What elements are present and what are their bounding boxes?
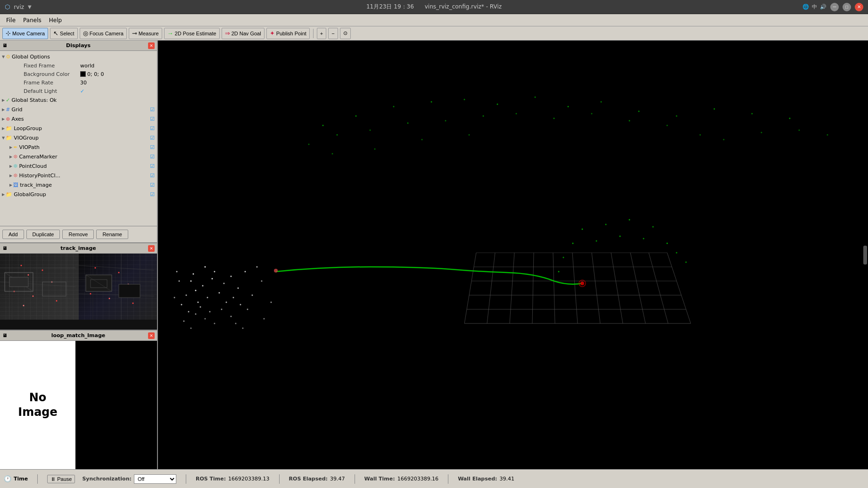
axes-check[interactable]: ☑ [150, 116, 155, 122]
status-sep-3 [279, 474, 280, 484]
svg-point-120 [799, 130, 800, 131]
svg-point-62 [252, 295, 253, 296]
svg-line-133 [572, 253, 578, 323]
svg-point-111 [686, 262, 687, 263]
tree-globalgroup[interactable]: ▶ 📁 GlobalGroup ☑ [0, 190, 157, 199]
prop-default-light: Default Light ✓ [0, 87, 157, 95]
zoom-out-button[interactable]: − [328, 28, 338, 39]
svg-point-114 [374, 149, 376, 150]
loopgroup-check[interactable]: ☑ [150, 125, 155, 132]
svg-point-77 [393, 106, 395, 108]
loop-dark-area [75, 341, 157, 469]
cameramarker-check[interactable]: ☑ [150, 154, 155, 160]
grid-check[interactable]: ☑ [150, 107, 155, 113]
tree-historypointcl[interactable]: ▶ ❊ HistoryPointCl... ☑ [0, 171, 157, 180]
loop-match-close-button[interactable]: ✕ [148, 332, 155, 339]
svg-point-49 [209, 311, 211, 313]
panel-resize-handle[interactable] [863, 246, 867, 265]
origin-marker [274, 269, 278, 273]
frame-rate-value[interactable]: 30 [80, 80, 87, 86]
rename-button[interactable]: Rename [96, 230, 128, 239]
tree-axes[interactable]: ▶ ⊕ Axes ☑ [0, 114, 157, 124]
viogroup-check[interactable]: ☑ [150, 135, 155, 141]
tree-cameramarker[interactable]: ▶ ❊ CameraMarker ☑ [0, 152, 157, 161]
select-label: Select [60, 31, 74, 36]
tool-focus-camera[interactable]: ◎ Focus Camera [80, 28, 127, 39]
svg-point-72 [242, 328, 244, 329]
tree-global-status[interactable]: ▶ ✓ Global Status: Ok [0, 95, 157, 105]
pointcloud-check[interactable]: ☑ [150, 163, 155, 169]
tree-loopgroup[interactable]: ▶ 📁 LoopGroup ☑ [0, 124, 157, 133]
statusbar: 🕐 Time ⏸ Pause Synchronization: Off Exac… [0, 469, 868, 488]
minimize-button[interactable]: ─ [830, 3, 839, 11]
pose-icon: → [167, 30, 174, 37]
titlebar-left: ⬡ rviz ▼ [5, 3, 32, 10]
svg-point-29 [108, 298, 110, 299]
menu-help[interactable]: Help [45, 16, 66, 25]
tool-publish-point[interactable]: ✦ Publish Point [266, 28, 310, 39]
maximize-button[interactable]: □ [843, 3, 851, 11]
tree-viogroup[interactable]: ▼ 📁 VIOGroup ☑ [0, 133, 157, 142]
dropdown-arrow[interactable]: ▼ [28, 4, 32, 9]
close-button[interactable]: ✕ [855, 3, 863, 11]
svg-point-115 [422, 139, 423, 141]
svg-point-38 [207, 297, 208, 298]
zoom-in-button[interactable]: + [317, 28, 326, 39]
cameramarker-icon: ❊ [13, 154, 17, 160]
tool-move-camera[interactable]: ⊹ Move Camera [2, 28, 48, 39]
fixed-frame-label: Fixed Frame [24, 63, 80, 69]
duplicate-button[interactable]: Duplicate [26, 230, 60, 239]
tool-select[interactable]: ↖ Select [50, 28, 78, 39]
tree-track-image[interactable]: ▶ 🖼 track_image ☑ [0, 180, 157, 190]
bg-color-value[interactable]: 0; 0; 0 [87, 71, 104, 77]
default-light-label: Default Light [24, 88, 80, 94]
app-logo: ⬡ [5, 3, 10, 10]
svg-point-68 [176, 271, 178, 273]
bg-color-swatch[interactable] [80, 71, 86, 77]
viewport[interactable] [158, 41, 868, 469]
camera-type-button[interactable]: ⊙ [340, 28, 351, 39]
toolbar-separator [313, 29, 314, 38]
svg-point-45 [214, 271, 215, 273]
svg-point-47 [223, 283, 225, 284]
add-button[interactable]: Add [2, 230, 24, 239]
menu-panels[interactable]: Panels [19, 16, 45, 25]
tool-measure[interactable]: ⊸ Measure [129, 28, 162, 39]
viopath-icon: ✒ [13, 144, 17, 150]
svg-point-50 [231, 276, 232, 277]
tree-viopath[interactable]: ▶ ✒ VIOPath ☑ [0, 142, 157, 152]
globalgroup-check[interactable]: ☑ [150, 191, 155, 198]
left-panel: 🖥 Displays ✕ ▼ ⚙ Global Options Fixed Fr… [0, 41, 158, 469]
status-sep-5 [448, 474, 448, 484]
tree-grid[interactable]: ▶ # Grid ☑ [0, 105, 157, 114]
svg-point-118 [723, 139, 725, 141]
viopath-check[interactable]: ☑ [150, 144, 155, 150]
sync-select[interactable]: Off Exact Approximate [134, 474, 176, 484]
historypointcl-label: HistoryPointCl... [19, 173, 150, 179]
svg-point-95 [554, 118, 555, 119]
tool-pose-estimate[interactable]: → 2D Pose Estimate [164, 28, 220, 39]
displays-close-button[interactable]: ✕ [148, 42, 155, 49]
expand-viopath: ▶ [9, 145, 12, 149]
menu-file[interactable]: File [2, 16, 19, 25]
expand-track-image: ▶ [9, 183, 12, 187]
track-image-check[interactable]: ☑ [150, 182, 155, 188]
track-image-close-button[interactable]: ✕ [148, 245, 155, 252]
default-light-value[interactable]: ✓ [80, 88, 84, 94]
svg-point-51 [188, 311, 190, 313]
tree-pointcloud[interactable]: ▶ ❊ PointCloud ☑ [0, 161, 157, 171]
titlebar-right: 🌐 中 🔊 ─ □ ✕ [802, 3, 863, 11]
prop-fixed-frame: Fixed Frame world [0, 61, 157, 70]
svg-point-35 [195, 290, 197, 291]
loop-match-panel-icon: 🖥 [2, 333, 7, 338]
remove-button[interactable]: Remove [62, 230, 94, 239]
expand-global-options: ▼ [2, 55, 5, 59]
fixed-frame-value[interactable]: world [80, 63, 94, 69]
tree-global-options[interactable]: ▼ ⚙ Global Options [0, 52, 157, 61]
historypointcl-check[interactable]: ☑ [150, 173, 155, 179]
scene-svg [158, 41, 868, 453]
tool-nav-goal[interactable]: ⇒ 2D Nav Goal [222, 28, 265, 39]
panel-buttons: Add Duplicate Remove Rename [0, 226, 157, 242]
volume-icon: 🔊 [820, 4, 827, 10]
pause-button[interactable]: ⏸ Pause [47, 475, 75, 483]
